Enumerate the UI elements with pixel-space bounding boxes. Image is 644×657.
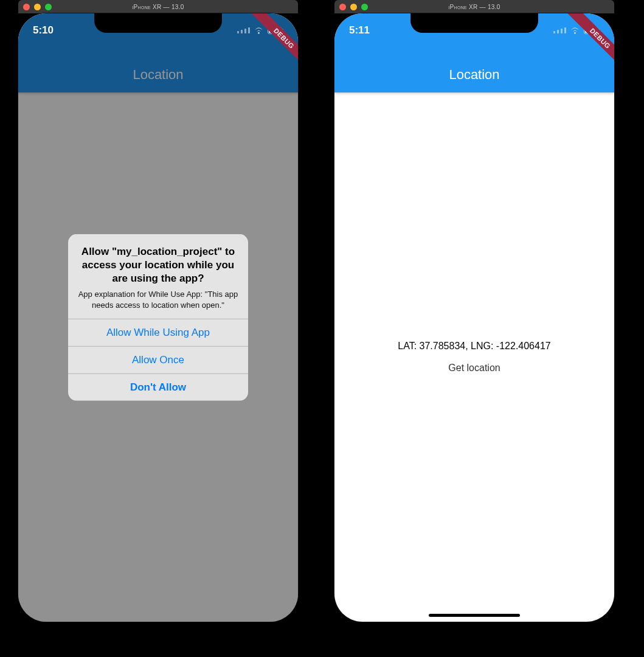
permission-alert: Allow "my_location_project" to access yo… (68, 234, 248, 401)
mac-titlebar: iPhone XR — 13.0 (334, 0, 614, 13)
zoom-window-icon[interactable] (45, 4, 52, 10)
dont-allow-button[interactable]: Don't Allow (68, 374, 248, 401)
minimize-window-icon[interactable] (350, 4, 357, 10)
close-window-icon[interactable] (339, 4, 346, 10)
zoom-window-icon[interactable] (361, 4, 368, 10)
cellular-icon (237, 27, 250, 33)
main-content: LAT: 37.785834, LNG: -122.406417 Get loc… (334, 92, 614, 622)
alert-title: Allow "my_location_project" to access yo… (78, 245, 238, 285)
status-time: 5:11 (349, 24, 370, 36)
cellular-icon (553, 27, 566, 33)
wifi-icon (570, 27, 580, 34)
status-time: 5:10 (33, 24, 54, 36)
allow-once-button[interactable]: Allow Once (68, 346, 248, 374)
simulator-window-right: iPhone XR — 13.0 5:11 Location DEBUG LAT… (334, 0, 614, 622)
minimize-window-icon[interactable] (34, 4, 41, 10)
notch (94, 13, 222, 33)
traffic-lights (339, 4, 368, 10)
coordinates-text: LAT: 37.785834, LNG: -122.406417 (398, 341, 550, 352)
close-window-icon[interactable] (23, 4, 30, 10)
simulator-title: iPhone XR — 13.0 (334, 4, 614, 10)
simulator-title: iPhone XR — 13.0 (18, 4, 298, 10)
allow-while-using-button[interactable]: Allow While Using App (68, 319, 248, 346)
app-bar-title: Location (449, 67, 499, 83)
notch (410, 13, 538, 33)
alert-body: Allow "my_location_project" to access yo… (68, 234, 248, 319)
wifi-icon (254, 27, 264, 34)
get-location-button[interactable]: Get location (448, 363, 500, 374)
alert-message: App explanation for While Use App: "This… (78, 289, 238, 310)
phone-frame-left: 5:10 Location DEBUG Allow "my_location_p… (18, 13, 298, 622)
phone-frame-right: 5:11 Location DEBUG LAT: 37.785834, LNG:… (334, 13, 614, 622)
traffic-lights (23, 4, 52, 10)
mac-titlebar: iPhone XR — 13.0 (18, 0, 298, 13)
simulator-window-left: iPhone XR — 13.0 5:10 Location DEBUG All… (18, 0, 298, 622)
home-indicator[interactable] (429, 614, 520, 617)
